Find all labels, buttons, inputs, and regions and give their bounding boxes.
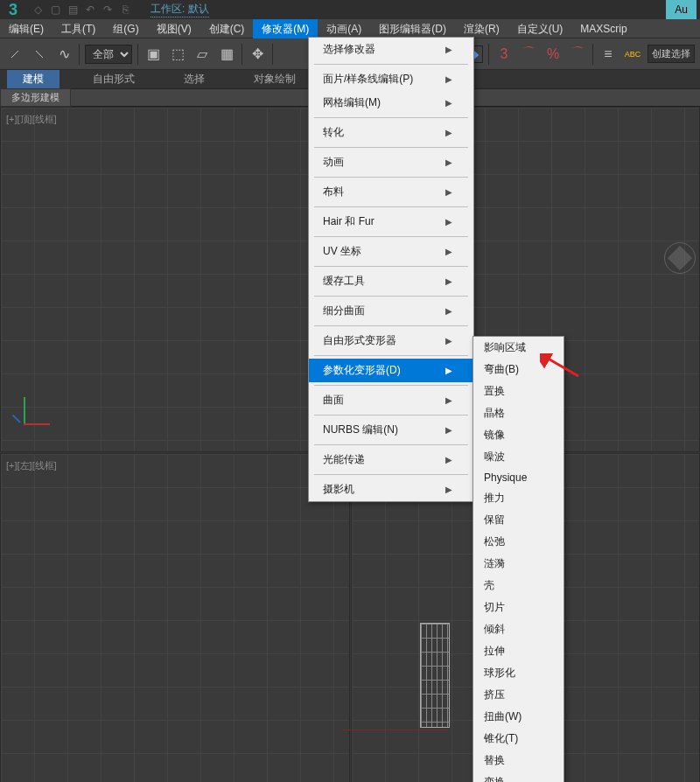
save-icon[interactable]: ▤: [65, 2, 80, 17]
select-icon[interactable]: ⬚: [168, 43, 187, 66]
menu-item[interactable]: 缓存工具▶: [309, 269, 473, 293]
submenu-item[interactable]: 替换: [473, 750, 564, 772]
menu-item[interactable]: NURBS 编辑(N)▶: [309, 418, 473, 442]
submenu-item[interactable]: 锥化(T): [473, 728, 564, 750]
move-icon[interactable]: ✥: [248, 43, 267, 66]
viewport-left-label[interactable]: [+][左][线框]: [6, 459, 57, 472]
submenu-item[interactable]: 切片: [473, 597, 564, 618]
title-right-label: Au: [666, 0, 696, 19]
menu-item[interactable]: 选择修改器▶: [309, 38, 473, 61]
abc-icon[interactable]: ABC: [623, 43, 642, 66]
menu-item[interactable]: Hair 和 Fur▶: [309, 210, 473, 234]
subtab-poly-modeling[interactable]: 多边形建模: [0, 88, 71, 107]
parametric-deformers-submenu: 影响区域弯曲(B)置换晶格镜像噪波Physique推力保留松弛涟漪壳切片倾斜拉伸…: [472, 336, 564, 782]
title-bar: 3 ◇ ▢ ▤ ↶ ↷ ⎘ 工作区: 默认 Au: [0, 0, 700, 19]
menu-tools[interactable]: 工具(T): [52, 19, 104, 38]
submenu-item[interactable]: 变换: [473, 772, 564, 782]
menu-group[interactable]: 组(G): [104, 19, 147, 38]
submenu-item[interactable]: 倾斜: [473, 618, 564, 640]
menu-edit[interactable]: 编辑(E): [0, 19, 52, 38]
undo-icon[interactable]: ↶: [82, 2, 98, 17]
submenu-item[interactable]: 拉伸: [473, 640, 564, 662]
tab-object-paint[interactable]: 对象绘制: [238, 72, 312, 87]
menu-item[interactable]: 网格编辑(M)▶: [309, 91, 473, 115]
submenu-item[interactable]: 晶格: [473, 402, 564, 424]
submenu-item[interactable]: 镜像: [473, 424, 564, 446]
menu-item[interactable]: 摄影机▶: [309, 478, 473, 501]
menu-item[interactable]: 转化▶: [309, 121, 473, 144]
submenu-item[interactable]: 影响区域: [473, 337, 564, 359]
axis-gizmo-icon: [17, 401, 52, 436]
quick-access-toolbar: ◇ ▢ ▤ ↶ ↷ ⎘: [30, 2, 133, 17]
scene-object[interactable]: [420, 623, 450, 728]
open-icon[interactable]: ▢: [47, 2, 63, 17]
viewport-top[interactable]: [+][顶][线框]: [0, 107, 350, 452]
menu-customize[interactable]: 自定义(U): [508, 19, 572, 38]
menu-maxscript[interactable]: MAXScrip: [571, 19, 635, 38]
menu-animation[interactable]: 动画(A): [318, 19, 370, 38]
menu-item[interactable]: 动画▶: [309, 150, 473, 174]
tab-freeform[interactable]: 自由形式: [77, 72, 150, 87]
submenu-item[interactable]: 壳: [473, 575, 564, 597]
named-sets-icon[interactable]: ≡: [598, 43, 618, 66]
create-selection-btn[interactable]: 创建选择: [648, 45, 695, 63]
app-logo-icon: 3: [4, 0, 23, 19]
bind-icon[interactable]: ∿: [54, 43, 74, 66]
submenu-item[interactable]: 球形化: [473, 662, 564, 684]
menu-modifiers[interactable]: 修改器(M): [253, 19, 318, 38]
percent-snap-icon[interactable]: %: [543, 43, 563, 66]
menu-item[interactable]: 面片/样条线编辑(P)▶: [309, 67, 473, 91]
submenu-item[interactable]: 保留: [473, 509, 564, 531]
window-crossing-icon[interactable]: ▦: [217, 43, 236, 66]
tab-modeling[interactable]: 建模: [7, 70, 60, 88]
submenu-item[interactable]: 挤压: [473, 684, 564, 706]
angle-snap-icon[interactable]: ⌒: [519, 43, 538, 66]
submenu-item[interactable]: 置换: [473, 381, 564, 402]
menu-graph-editors[interactable]: 图形编辑器(D): [370, 19, 455, 38]
submenu-item[interactable]: 扭曲(W): [473, 706, 564, 728]
menu-bar: 编辑(E) 工具(T) 组(G) 视图(V) 创建(C) 修改器(M) 动画(A…: [0, 19, 700, 38]
redo-icon[interactable]: ↷: [100, 2, 116, 17]
menu-item[interactable]: UV 坐标▶: [309, 240, 473, 263]
selection-filter-select[interactable]: 全部: [85, 45, 132, 64]
spinner-snap-icon[interactable]: ⌒: [568, 43, 587, 66]
menu-rendering[interactable]: 渲染(R): [455, 19, 508, 38]
menu-item[interactable]: 布料▶: [309, 180, 473, 204]
workspace-selector[interactable]: 工作区: 默认: [150, 2, 209, 17]
cursor-icon[interactable]: ▣: [144, 43, 163, 66]
viewport-top-label[interactable]: [+][顶][线框]: [6, 113, 57, 126]
modifiers-menu: 选择修改器▶面片/样条线编辑(P)▶网格编辑(M)▶转化▶动画▶布料▶Hair …: [308, 37, 474, 502]
menu-view[interactable]: 视图(V): [148, 19, 200, 38]
menu-item[interactable]: 光能传递▶: [309, 448, 473, 471]
submenu-item[interactable]: Physique: [473, 468, 564, 487]
menu-item[interactable]: 曲面▶: [309, 388, 473, 412]
menu-create[interactable]: 创建(C): [200, 19, 254, 38]
menu-item[interactable]: 自由形式变形器▶: [309, 329, 473, 353]
menu-item[interactable]: 参数化变形器(D)▶: [309, 359, 473, 382]
tab-selection[interactable]: 选择: [168, 72, 220, 87]
new-icon[interactable]: ◇: [30, 2, 46, 17]
snap-3-icon[interactable]: 3: [494, 43, 514, 66]
submenu-item[interactable]: 噪波: [473, 446, 564, 468]
select-link-icon[interactable]: ⟋: [5, 43, 24, 66]
unlink-icon[interactable]: ⟍: [30, 43, 49, 66]
viewcube-icon[interactable]: [664, 242, 696, 274]
scene-axis-line: [343, 730, 449, 730]
select-region-icon[interactable]: ▱: [192, 43, 212, 66]
submenu-item[interactable]: 推力: [473, 487, 564, 509]
viewport-left[interactable]: [+][左][线框]: [0, 453, 350, 783]
menu-item[interactable]: 细分曲面▶: [309, 299, 473, 323]
link-icon[interactable]: ⎘: [117, 2, 133, 17]
submenu-item[interactable]: 弯曲(B): [473, 359, 564, 381]
submenu-item[interactable]: 松弛: [473, 531, 564, 553]
submenu-item[interactable]: 涟漪: [473, 553, 564, 575]
